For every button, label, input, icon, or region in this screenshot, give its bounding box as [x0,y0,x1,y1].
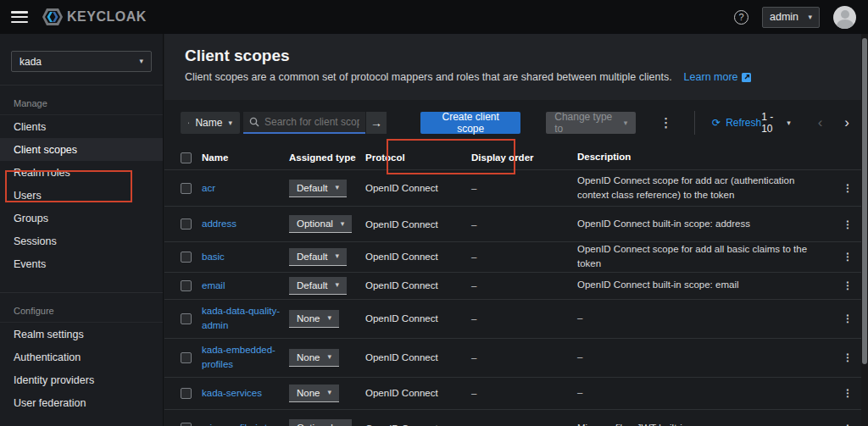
user-menu-label: admin [770,11,798,23]
sidebar-item-authentication[interactable]: Authentication [0,346,163,368]
description-cell: – [577,311,821,325]
arrow-right-icon: → [370,116,382,130]
toolbar-kebab-menu[interactable]: ⋮ [654,115,677,130]
create-client-scope-button[interactable]: Create client scope [420,112,520,134]
user-menu-dropdown[interactable]: admin ▾ [762,7,820,28]
description-cell: OpenID Connect scope for add all basic c… [577,242,821,272]
filter-type-label: Name [195,117,222,129]
assigned-type-dropdown[interactable]: None▾ [289,385,339,402]
assigned-type-value: Default [297,280,327,290]
realm-selector[interactable]: kada ▾ [11,51,152,72]
chevron-down-icon: ▾ [328,389,332,396]
row-checkbox[interactable] [181,352,192,363]
row-checkbox[interactable] [181,280,192,291]
nav-section-manage: Manage Clients Client scopes Realm roles… [0,85,163,275]
sidebar-item-user-federation[interactable]: User federation [0,391,163,414]
assigned-type-dropdown[interactable]: Optional▾ [289,215,352,233]
scope-name-link[interactable]: kada-data-quality-admin [202,306,280,330]
table-row: kada-data-quality-admin None▾ OpenID Con… [164,299,868,338]
chevron-down-icon: ▾ [328,353,332,361]
sidebar-item-groups[interactable]: Groups [0,207,163,230]
sidebar-item-realm-settings[interactable]: Realm settings [0,323,163,346]
learn-more-link[interactable]: Learn more [684,71,751,83]
row-checkbox[interactable] [181,219,192,230]
table-row: email Default▾ OpenID Connect – OpenID C… [164,272,868,299]
vertical-scrollbar-track[interactable] [861,34,868,426]
chevron-down-icon: ▾ [139,58,143,65]
realm-selector-value: kada [19,56,42,68]
help-icon[interactable]: ? [734,10,748,25]
protocol-cell: OpenID Connect [365,252,471,262]
pagination-prev-button[interactable]: ‹ [813,114,828,131]
protocol-cell: OpenID Connect [365,388,471,398]
kebab-icon: ⋮ [659,115,672,130]
sidebar-item-users[interactable]: Users [0,184,163,207]
toolbar-divider [694,111,695,135]
keycloak-logo[interactable]: KEYCLOAK [42,7,147,27]
display-order-cell: – [471,252,577,262]
assigned-type-dropdown[interactable]: Default▾ [289,248,347,266]
assigned-type-value: Default [297,183,327,193]
chevron-down-icon: ▾ [808,14,812,21]
scope-name-link[interactable]: microprofile-jwt [202,423,267,426]
assigned-type-dropdown[interactable]: Optional▾ [289,419,352,426]
row-checkbox[interactable] [181,183,192,194]
search-input[interactable] [264,116,359,128]
sidebar-item-events[interactable]: Events [0,252,163,275]
change-type-dropdown[interactable]: Change type to ▾ [546,112,636,134]
protocol-cell: OpenID Connect [365,280,471,290]
row-checkbox[interactable] [181,423,192,426]
sidebar-nav: kada ▾ Manage Clients Client scopes Real… [0,34,164,426]
row-checkbox[interactable] [181,388,192,399]
row-checkbox[interactable] [181,252,192,263]
display-order-cell: – [471,219,577,230]
scope-name-link[interactable]: address [202,219,236,229]
scope-name-link[interactable]: kada-services [202,388,262,398]
assigned-type-dropdown[interactable]: None▾ [289,310,339,328]
assigned-type-dropdown[interactable]: Default▾ [289,277,347,295]
hamburger-menu-icon[interactable] [11,11,28,23]
refresh-button[interactable]: ⟳ Refresh [712,117,761,129]
assigned-type-dropdown[interactable]: Default▾ [289,180,347,197]
column-header-protocol: Protocol [365,152,471,163]
assigned-type-dropdown[interactable]: None▾ [289,349,339,367]
search-submit-button[interactable]: → [365,112,387,134]
create-button-label: Create client scope [431,111,509,135]
scope-name-link[interactable]: basic [202,252,225,262]
select-all-checkbox[interactable] [181,152,192,163]
scope-name-link[interactable]: acr [202,183,215,193]
display-order-cell: – [471,183,577,193]
sidebar-item-client-scopes[interactable]: Client scopes [0,138,163,161]
refresh-icon: ⟳ [712,117,721,129]
column-header-assigned-type: Assigned type [289,152,365,163]
table-header-row: Name Assigned type Protocol Display orde… [164,146,868,169]
scope-name-link[interactable]: kada-embedded-profiles [202,345,275,369]
table-row: basic Default▾ OpenID Connect – OpenID C… [164,241,868,272]
table-row: microprofile-jwt Optional▾ OpenID Connec… [164,409,868,426]
sidebar-item-label: Groups [14,213,48,224]
nav-section-configure: Configure Realm settings Authentication … [0,292,163,414]
description-cell: OpenID Connect built-in scope: address [577,217,821,231]
chevron-down-icon: ▾ [335,281,339,289]
sidebar-item-sessions[interactable]: Sessions [0,230,163,252]
display-order-cell: – [471,388,577,398]
sidebar-item-clients[interactable]: Clients [0,115,163,138]
chevron-down-icon: ▾ [228,119,232,127]
sidebar-item-label: Realm settings [14,329,84,340]
sidebar-item-realm-roles[interactable]: Realm roles [0,161,163,184]
pagination-options-toggle[interactable]: ▾ [787,119,791,127]
refresh-label: Refresh [726,117,761,129]
pagination-next-button[interactable]: › [839,114,854,131]
row-checkbox[interactable] [181,313,192,324]
vertical-scrollbar-thumb[interactable] [862,38,867,364]
description-cell: Microprofile - JWT built-in scope [577,421,821,426]
avatar[interactable] [833,6,856,29]
sidebar-item-identity-providers[interactable]: Identity providers [0,368,163,391]
description-cell: – [577,385,821,400]
kebab-icon: ⋮ [843,280,853,290]
filter-type-dropdown[interactable]: Name ▾ [181,112,240,134]
protocol-cell: OpenID Connect [365,423,471,426]
sidebar-item-label: User federation [14,397,86,409]
scope-name-link[interactable]: email [202,280,225,290]
kebab-icon: ⋮ [843,313,853,324]
